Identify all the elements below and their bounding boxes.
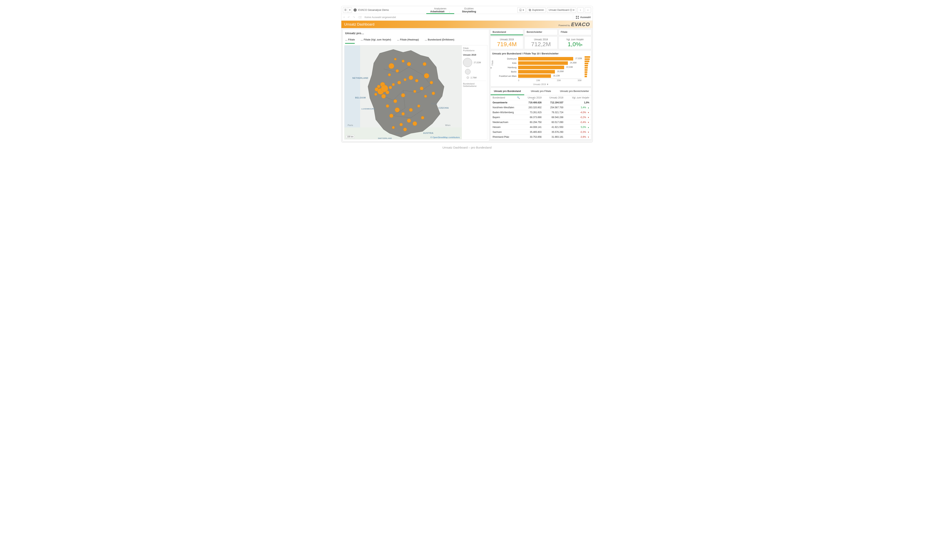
bar-minimap[interactable] [584, 56, 590, 77]
kpi-label: Vgl. zum Vorjahr [559, 38, 590, 41]
menu-button[interactable]: ☰ ▾ [343, 7, 352, 13]
map-scalebar: 100 km [346, 135, 354, 138]
bar[interactable]: 27,02M [518, 57, 573, 60]
app-icon: ··· [353, 8, 357, 12]
next-sheet-button[interactable]: › [585, 7, 591, 13]
svg-point-9 [388, 63, 394, 69]
svg-point-46 [396, 69, 399, 72]
legend-min: 2,79M [470, 77, 477, 79]
svg-point-8 [394, 58, 396, 60]
bar-value-label: 22,53M [566, 66, 573, 68]
kpi-value: 1,0%▴ [559, 41, 590, 47]
table-row[interactable]: Baden-Württemberg73.261.81576.321.724-4,… [491, 110, 591, 115]
dim-tab-bundesland[interactable]: Bundesland [490, 29, 523, 35]
svg-point-18 [381, 94, 386, 98]
table-row[interactable]: Nordrhein-Westfalen263.320.802254.567.70… [491, 105, 591, 110]
mode-analyse[interactable]: Analysieren Arbeitsblatt ⌄ [430, 7, 450, 14]
table-row-totals: Gesamtwerte 719.406.626 712.194.537 1,0% [491, 100, 591, 105]
table-row[interactable]: Sachsen35.465.80335.576.290-0,3% ▼ [491, 130, 591, 135]
dimension-tabs: Bundesland Bereichsleiter Filiale [490, 29, 592, 35]
col-bundesland[interactable]: Bundesland 🔍 [491, 95, 522, 100]
bar-value-label: 16,12M [553, 75, 559, 77]
bar-label: Köln [495, 62, 518, 64]
step-forward-icon[interactable]: ↷ [353, 16, 355, 19]
selections-panel-button[interactable]: Auswahl [573, 14, 591, 20]
cell-u18: 60.517.090 [544, 120, 565, 125]
svg-point-32 [395, 108, 399, 112]
legend-layer1-b: Punktebene [463, 49, 486, 52]
col-u19[interactable]: Umsatz 2019 ▾ [522, 95, 544, 100]
svg-point-44 [432, 92, 435, 95]
table-tab-bereichsleiter[interactable]: Umsatz pro Bereichsleiter [558, 88, 591, 95]
map-card-title: Umsatz pro… [343, 29, 489, 35]
map-tab-vgl[interactable]: … Filiale (Vgl. zum Vorjahr) [361, 37, 391, 44]
table-tab-filiale[interactable]: Umsatz pro Filiale [524, 88, 558, 95]
map-tab-heatmap[interactable]: … Filiale (Heatmap) [397, 37, 419, 44]
table-row[interactable]: Niedersachsen60.294.75060.517.090-0,4% ▼ [491, 120, 591, 125]
selection-bar: ⌖ ↶ ↷ ⌫ Keine Auswahl angewendet Auswahl [341, 14, 593, 21]
mode-story[interactable]: Erzählen Storytelling [462, 7, 476, 14]
chevron-down-icon: ▾ [348, 8, 352, 12]
sheet-nav-label: Umsatz Dashboard [549, 9, 569, 11]
col-u18[interactable]: Umsatz 2018 [544, 95, 565, 100]
mode-super: Erzählen [462, 7, 476, 10]
svg-point-25 [424, 73, 429, 78]
svg-point-40 [421, 116, 424, 119]
smart-search-icon[interactable]: ⌖ [343, 15, 345, 19]
map-container[interactable]: NETHERLAND BELGIUM LUXEMBOURG Paris Prah… [344, 45, 487, 140]
right-tools: ▾ Duplizieren Umsatz Dashboard ▾ ‹ › [517, 7, 591, 13]
kpi-value: 712,2M [526, 41, 556, 47]
arrow-down-icon: ▼ [587, 117, 589, 118]
mode-tabs: Analysieren Arbeitsblatt ⌄ Erzählen Stor… [390, 6, 516, 14]
svg-point-21 [398, 81, 401, 84]
cell-name: Sachsen [491, 130, 522, 135]
svg-point-20 [392, 83, 395, 86]
svg-point-30 [393, 99, 397, 103]
expand-handle-icon[interactable]: ▶ [491, 67, 492, 69]
arrow-down-icon: ▼ [587, 131, 589, 133]
cell-u18: 31.993.181 [544, 135, 565, 140]
svg-point-42 [403, 128, 407, 131]
col-change[interactable]: Vgl. zum Vorjahr [565, 95, 591, 100]
data-table[interactable]: Bundesland 🔍 Umsatz 2019 ▾ Umsatz 2018 V… [491, 95, 591, 140]
cell-u18: 76.321.724 [544, 110, 565, 115]
prev-sheet-button[interactable]: ‹ [577, 7, 584, 13]
arrow-up-icon: ▲ [587, 126, 589, 128]
dim-tab-bereichsleiter[interactable]: Bereichsleiter [524, 29, 557, 35]
bar[interactable]: 24,36M [518, 61, 568, 65]
kpi-row: Umsatz 2019 719,4M Umsatz 2018 712,2M Vg… [490, 36, 592, 49]
chevron-left-icon: ‹ [580, 9, 581, 11]
bookmark-icon [519, 9, 522, 11]
map-tab-drilldown[interactable]: … Bundesland (Drilldown) [425, 37, 454, 44]
x-axis-label[interactable]: Umsatz 2019 ▼ [492, 83, 590, 86]
arrow-down-icon: ▼ [587, 122, 589, 123]
evaco-logo: EVACO [571, 22, 590, 28]
dim-tab-filiale[interactable]: Filiale [559, 29, 592, 35]
svg-point-19 [389, 86, 392, 89]
sheet-nav-button[interactable]: Umsatz Dashboard ▾ [547, 7, 576, 13]
step-back-icon[interactable]: ↶ [348, 16, 350, 19]
kpi-change: Vgl. zum Vorjahr 1,0%▴ [559, 36, 592, 49]
bar[interactable]: 18,06M [518, 70, 555, 74]
map-card: Umsatz pro… … Filiale … Filiale (Vgl. zu… [342, 29, 489, 141]
map-tab-filiale[interactable]: … Filiale [345, 37, 355, 44]
search-icon[interactable]: 🔍 [517, 96, 520, 99]
duplicate-button[interactable]: Duplizieren [527, 7, 546, 13]
bar-chart[interactable]: Filiale ▶ Dortmund27,02MKöln24,36MHambur… [492, 56, 590, 82]
bar[interactable]: 22,53M [518, 66, 564, 69]
totals-label: Gesamtwerte [491, 100, 522, 105]
osm-credit: © OpenStreetMap contributors [430, 136, 460, 138]
table-tab-bundesland[interactable]: Umsatz pro Bundesland [491, 88, 524, 95]
clear-all-icon[interactable]: ⌫ [358, 16, 362, 19]
bookmark-button[interactable]: ▾ [517, 7, 526, 13]
table-row[interactable]: Rheinland-Pfalz30.753.85631.993.181-3,9%… [491, 135, 591, 140]
table-row[interactable]: Hessen44.008.14141.921.5505,0% ▲ [491, 125, 591, 130]
table-row[interactable]: Bayern68.373.89068.540.268-0,2% ▼ [491, 115, 591, 120]
svg-point-38 [399, 123, 403, 126]
duplicate-label: Duplizieren [532, 9, 544, 11]
cell-change: 5,0% ▲ [565, 125, 591, 130]
right-column: Bundesland Bereichsleiter Filiale Umsatz… [490, 29, 592, 141]
powered-by: Powered by EVACO [558, 22, 590, 28]
title-strip: Umsatz Dashboard Powered by EVACO [341, 21, 593, 28]
bar[interactable]: 16,12M [518, 74, 551, 78]
